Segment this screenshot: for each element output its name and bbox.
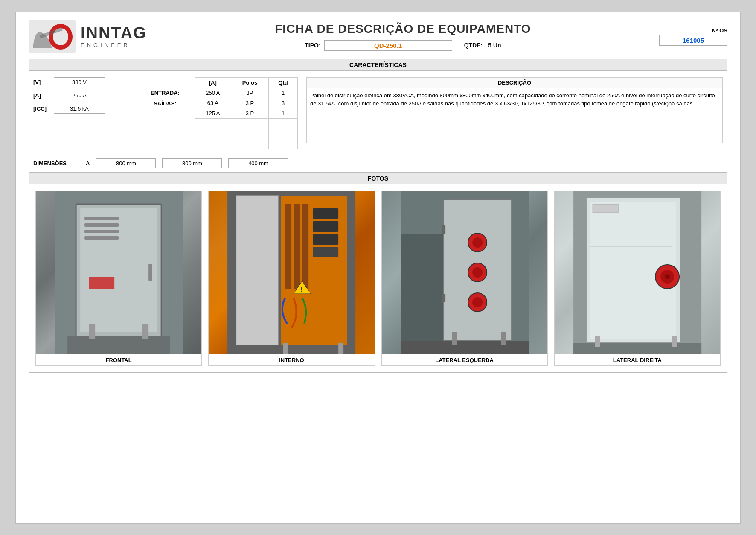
spec-icc-value: 31,5 kA — [54, 104, 105, 114]
svg-rect-10 — [84, 236, 119, 240]
dimensions-label: DIMENSÕES — [33, 160, 67, 167]
dim-value-1: 800 mm — [96, 158, 156, 168]
svg-text:!: ! — [300, 286, 302, 293]
svg-point-40 — [472, 297, 483, 307]
svg-rect-21 — [302, 204, 308, 289]
saida-1-qtd: 3 — [269, 98, 298, 108]
col-header-qtd: Qtd — [269, 77, 298, 88]
svg-rect-22 — [313, 208, 338, 219]
entrada-label: ENTRADA: — [136, 88, 195, 98]
photo-lateral-esq-box — [382, 191, 547, 354]
photo-frontal: FRONTAL — [35, 191, 202, 366]
title-area: FICHA DE DESCRIÇÃO DE EQUIPAMENTO TIPO: … — [147, 22, 659, 51]
logo-icon — [29, 20, 76, 53]
photo-lateral-dir: LATERAL DIREITA — [554, 191, 721, 366]
spec-a-label: [A] — [33, 92, 50, 99]
photos-container: FRONTAL — [29, 184, 727, 373]
qtde-label: QTDE: — [464, 42, 483, 49]
spec-v-value: 380 V — [54, 77, 105, 87]
svg-rect-34 — [442, 294, 445, 302]
saida-2-a: 125 A — [195, 108, 231, 118]
spec-icc-label: [ICC] — [33, 105, 50, 112]
svg-point-36 — [472, 237, 483, 248]
saida-5-polos — [231, 139, 268, 149]
svg-rect-6 — [80, 208, 157, 332]
svg-rect-24 — [313, 234, 338, 245]
svg-rect-23 — [313, 221, 338, 232]
svg-rect-19 — [285, 204, 291, 289]
photo-frontal-caption: FRONTAL — [106, 354, 132, 365]
photo-interno-svg: ! — [209, 191, 374, 354]
tipo-row: TIPO: QD-250.1 QTDE: 5 Un — [147, 40, 659, 51]
saida-4-qtd — [269, 129, 298, 139]
carac-content: [V] 380 V [A] 250 A [ICC] 31,5 kA — [29, 71, 727, 154]
photo-frontal-svg — [36, 191, 201, 354]
svg-rect-53 — [573, 343, 701, 354]
nos-value: 161005 — [659, 35, 727, 46]
saida-1-a: 63 A — [195, 98, 231, 108]
photos-section-header: FOTOS — [29, 173, 727, 184]
dimensions-row: DIMENSÕES A 800 mm 800 mm 400 mm — [29, 154, 727, 173]
entrada-saida-table: [A] Polos Qtd ENTRADA: 250 A 3P 1 — [136, 77, 298, 149]
spec-icc-row: [ICC] 31,5 kA — [33, 104, 127, 114]
svg-rect-55 — [672, 336, 677, 347]
logo-company: INNTAG — [81, 25, 147, 41]
middle-table: [A] Polos Qtd ENTRADA: 250 A 3P 1 — [136, 77, 298, 149]
saida-2-qtd: 1 — [269, 108, 298, 118]
saida-5-qtd — [269, 139, 298, 149]
svg-point-38 — [472, 267, 483, 278]
saida-2-polos: 3 P — [231, 108, 268, 118]
tipo-label: TIPO: — [305, 42, 320, 49]
carac-section-header: CARACTERÍSTICAS — [29, 59, 727, 71]
right-desc: DESCRIÇÃO Painel de distribuição elétric… — [306, 77, 723, 149]
svg-rect-20 — [294, 204, 300, 289]
svg-rect-7 — [84, 217, 119, 220]
saida-5-a — [195, 139, 231, 149]
photo-lateral-esq-svg — [382, 191, 547, 354]
spec-v-row: [V] 380 V — [33, 77, 127, 87]
saida-3-a — [195, 118, 231, 129]
svg-rect-42 — [452, 332, 457, 345]
svg-rect-8 — [84, 223, 119, 227]
qtde-value: 5 Un — [488, 42, 501, 49]
svg-rect-25 — [313, 247, 338, 257]
photo-lateral-esq-caption: LATERAL ESQUERDA — [435, 354, 494, 365]
page: INNTAG ENGINEER FICHA DE DESCRIÇÃO DE EQ… — [15, 12, 741, 524]
svg-rect-14 — [89, 324, 95, 339]
photo-frontal-box — [36, 191, 201, 354]
svg-rect-9 — [84, 230, 119, 233]
desc-content: Painel de distribuição elétrica em 380VC… — [306, 88, 723, 143]
carac-inner: [V] 380 V [A] 250 A [ICC] 31,5 kA — [33, 77, 723, 149]
photo-lateral-dir-caption: LATERAL DIREITA — [613, 354, 662, 365]
svg-rect-54 — [595, 336, 600, 347]
svg-point-50 — [665, 274, 670, 279]
saida-row-1: SAÍDAS: 63 A 3 P 3 — [136, 98, 298, 108]
logo-subtitle: ENGINEER — [81, 42, 147, 48]
spec-a-value: 250 A — [54, 91, 105, 100]
entrada-qtd: 1 — [269, 88, 298, 98]
svg-rect-28 — [283, 343, 288, 354]
nos-box: Nº OS 161005 — [659, 27, 727, 46]
col-header-polos: Polos — [231, 77, 268, 88]
photo-interno: ! INTERNO — [208, 191, 375, 366]
dim-value-3: 400 mm — [228, 158, 288, 168]
photo-lateral-dir-svg — [555, 191, 720, 354]
nos-label: Nº OS — [659, 27, 727, 34]
entrada-polos: 3P — [231, 88, 268, 98]
spec-v-label: [V] — [33, 79, 50, 85]
saida-3-polos — [231, 118, 268, 129]
logo-area: INNTAG ENGINEER — [29, 20, 147, 53]
saida-4-a — [195, 129, 231, 139]
svg-rect-43 — [501, 332, 506, 345]
svg-rect-11 — [148, 264, 152, 281]
photo-interno-box: ! — [209, 191, 374, 354]
entrada-a: 250 A — [195, 88, 231, 98]
spec-a-row: [A] 250 A — [33, 91, 127, 100]
header: INNTAG ENGINEER FICHA DE DESCRIÇÃO DE EQ… — [29, 20, 727, 53]
svg-rect-13 — [67, 336, 170, 354]
saida-label: SAÍDAS: — [136, 98, 195, 149]
main-title: FICHA DE DESCRIÇÃO DE EQUIPAMENTO — [147, 22, 659, 36]
dimensions-a: A — [86, 160, 90, 167]
saida-3-qtd — [269, 118, 298, 129]
desc-header: DESCRIÇÃO — [306, 77, 723, 88]
